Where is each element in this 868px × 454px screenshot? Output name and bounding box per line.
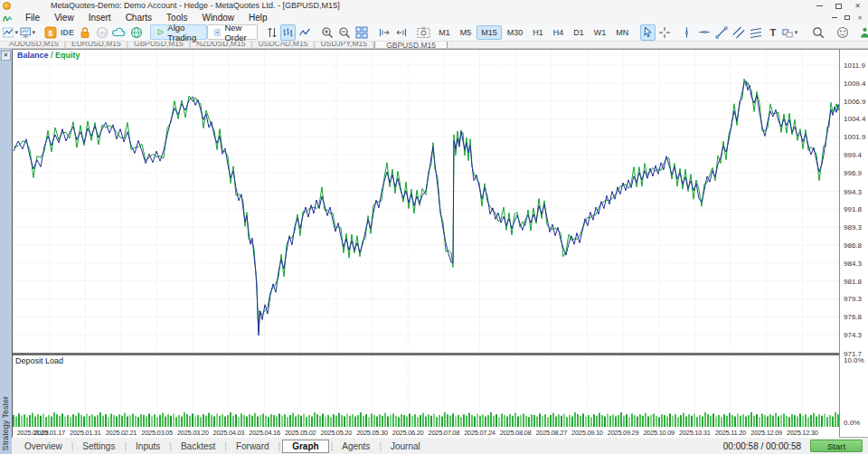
line-chart-mode-button[interactable]	[296, 24, 313, 41]
data-window-left-button[interactable]	[392, 24, 410, 41]
vertical-line-tool[interactable]	[678, 24, 695, 41]
chevron-down-icon: ▾	[795, 29, 798, 36]
timeframe-group: M1M5M15M30H1H4D1W1MN	[434, 25, 633, 40]
menu-window[interactable]: Window	[194, 13, 241, 23]
timeframe-W1[interactable]: W1	[590, 25, 611, 40]
menu-charts[interactable]: Charts	[118, 13, 159, 23]
chart-tab-active[interactable]: GBPUSD,M15	[374, 42, 448, 49]
data-window-right-button[interactable]	[375, 24, 392, 41]
cursor-button[interactable]	[640, 24, 656, 41]
horizontal-line-tool[interactable]	[695, 24, 712, 41]
balance-equity-chart[interactable]: Balance / Equity	[13, 50, 839, 353]
chart-tab[interactable]: GBPUSD,M15	[128, 42, 189, 48]
chart-tab[interactable]: AUDUSD,M15	[4, 42, 64, 48]
crosshair-button[interactable]	[656, 24, 673, 41]
security-button[interactable]	[76, 24, 93, 41]
date-tick: 2025.08.08	[495, 429, 535, 437]
search-button[interactable]	[809, 24, 826, 41]
menu-insert[interactable]: Insert	[81, 13, 118, 23]
close-icon[interactable]: ✕	[854, 2, 861, 10]
date-tick: 2025.02.21	[101, 429, 141, 437]
timeframe-H4[interactable]: H4	[549, 25, 569, 40]
tester-timer: 00:00:58 / 00:00:58	[723, 441, 810, 451]
tester-tab-agents[interactable]: Agents	[335, 440, 377, 452]
balance-equity-plot[interactable]	[13, 50, 840, 353]
community-globe-button[interactable]	[127, 24, 145, 41]
parallel-lines-tool[interactable]	[747, 24, 764, 41]
mdi-minimize-icon[interactable]	[832, 17, 837, 18]
tab-separator: |	[331, 441, 334, 451]
chart-tab[interactable]: NZDUSD,M15	[191, 42, 250, 48]
menu-help[interactable]: Help	[241, 13, 275, 23]
price-tick: 976.8	[844, 313, 862, 321]
chart-tab[interactable]: USDJPY,M15	[316, 42, 373, 48]
price-tick: 979.3	[844, 295, 862, 303]
menu-view[interactable]: View	[47, 13, 81, 23]
new-chart-button[interactable]: ▾	[2, 24, 19, 41]
price-tick: 986.8	[844, 241, 862, 250]
bar-chart-icon	[282, 26, 294, 39]
price-tick: 1011.9	[844, 61, 865, 70]
cloud-button[interactable]	[110, 24, 127, 41]
metaeditor-button[interactable]: IDE	[59, 24, 76, 41]
price-tick: 999.4	[844, 151, 862, 159]
price-tick: 994.3	[844, 188, 862, 196]
mql5-button[interactable]	[856, 24, 868, 41]
minimize-icon[interactable]	[816, 5, 823, 6]
tab-separator: |	[278, 441, 281, 451]
shapes-tool[interactable]: ▾	[781, 24, 798, 41]
metaquotes-id-button[interactable]: m	[93, 24, 110, 41]
date-tick: 2025.05.02	[280, 429, 320, 437]
new-order-button[interactable]: New Order	[207, 24, 258, 40]
date-tick: 2025.01.17	[30, 429, 70, 437]
chart-profile-button[interactable]: ▾	[19, 24, 36, 41]
close-tester-icon[interactable]: ✕	[1, 51, 11, 61]
tab-separator: |	[169, 441, 172, 451]
tester-tab-bar: Overview|Settings|Inputs|Backtest|Forwar…	[12, 438, 868, 454]
price-tick: 996.9	[844, 169, 862, 177]
mdi-close-icon[interactable]: ✕	[857, 14, 863, 22]
zoom-in-button[interactable]	[318, 24, 335, 41]
tester-tab-inputs[interactable]: Inputs	[128, 440, 167, 452]
price-tick: 1001.9	[844, 133, 865, 141]
timeframe-H1[interactable]: H1	[528, 25, 548, 40]
timeframe-M1[interactable]: M1	[434, 25, 455, 40]
chart-tab[interactable]: EURUSD,M15	[66, 42, 127, 48]
algo-trading-button[interactable]: Algo Trading	[150, 24, 207, 40]
menu-tools[interactable]: Tools	[159, 13, 194, 23]
search-icon	[812, 26, 825, 39]
timeframe-D1[interactable]: D1	[569, 25, 589, 40]
strategy-tester-label: Strategy Tester	[1, 396, 10, 450]
start-button[interactable]: Start	[810, 440, 863, 452]
chart-tab[interactable]: USDCAD,M15	[253, 42, 314, 48]
timeframe-MN[interactable]: MN	[611, 25, 633, 40]
text-tool[interactable]: T	[764, 24, 781, 41]
timeframe-M15[interactable]: M15	[476, 25, 502, 40]
chart-window-icon	[20, 26, 31, 39]
tester-tab-overview[interactable]: Overview	[17, 440, 70, 452]
tester-tab-backtest[interactable]: Backtest	[174, 440, 222, 452]
horizontal-line-icon	[698, 26, 711, 38]
community-button[interactable]	[834, 24, 851, 41]
dock-left-icon	[395, 26, 408, 39]
trendline-tool[interactable]	[712, 24, 730, 41]
date-tick: 2025.08.27	[532, 429, 571, 437]
strategy-tester-sidebar: ✕ Strategy Tester	[0, 49, 12, 454]
deposit-load-panel[interactable]: Deposit Load	[13, 355, 839, 428]
bar-chart-mode-button[interactable]	[280, 24, 296, 41]
mdi-restore-icon[interactable]	[844, 15, 850, 20]
tester-tab-journal[interactable]: Journal	[383, 440, 428, 452]
maximize-icon[interactable]	[835, 4, 842, 9]
zoom-out-button[interactable]	[335, 24, 353, 41]
menu-file[interactable]: File	[18, 13, 47, 23]
timeframe-M5[interactable]: M5	[456, 25, 476, 40]
tester-tab-graph[interactable]: Graph	[282, 440, 328, 453]
screenshot-button[interactable]	[415, 24, 432, 41]
deposit-button[interactable]: $	[42, 24, 59, 41]
tick-chart-button[interactable]	[263, 24, 280, 41]
tile-windows-button[interactable]	[353, 24, 370, 41]
channel-tool[interactable]	[730, 24, 747, 41]
timeframe-M30[interactable]: M30	[503, 25, 528, 40]
tester-tab-settings[interactable]: Settings	[75, 440, 122, 452]
tester-tab-forward[interactable]: Forward	[229, 440, 277, 452]
